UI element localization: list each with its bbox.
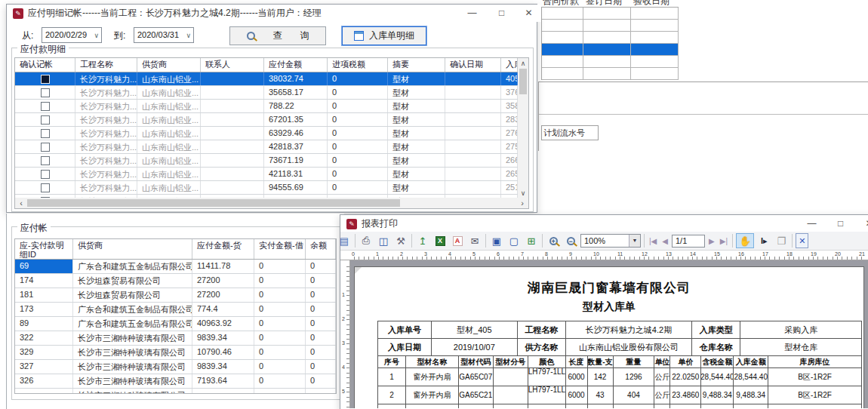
bg-table-row[interactable] — [542, 20, 679, 32]
first-page-button[interactable]: |◀ — [648, 237, 658, 245]
confirm-checkbox[interactable] — [41, 88, 50, 97]
mail-icon[interactable]: ✉ — [467, 233, 482, 248]
zoom-out-icon[interactable]: − — [563, 233, 578, 248]
export-icon[interactable]: ↥ — [415, 233, 430, 248]
close-button[interactable]: ✕ — [857, 215, 868, 232]
column-header[interactable]: 应付金额-货 — [192, 239, 254, 259]
column-header[interactable]: 进项税额 — [328, 58, 388, 72]
column-header[interactable]: 应-实付款明细ID — [15, 239, 73, 259]
grid-row[interactable]: 327长沙市三湘特种玻璃有限公司9839.3400 — [15, 360, 336, 374]
horizontal-scrollbar[interactable]: ‹ › — [15, 198, 528, 208]
column-header[interactable]: 工程名称 — [75, 58, 137, 72]
printer-icon[interactable]: ⎙ — [359, 233, 374, 248]
print-preview-area[interactable]: 12345 湖南巨晟门窗幕墙有限公司 型材入库单 入库单号型材_405工程名称长… — [340, 260, 868, 408]
grid-row[interactable]: 181长沙坦森贸易有限公司2720000 — [15, 288, 336, 303]
maximize-button[interactable]: □ — [828, 215, 853, 232]
grid-row[interactable]: 长沙万科魅力...山东南山铝业...73671.190型材266 — [15, 154, 528, 168]
zoom-in-icon[interactable]: + — [546, 233, 561, 248]
column-header[interactable]: 供货商 — [73, 239, 192, 259]
confirm-checkbox[interactable] — [41, 129, 50, 138]
hand-tool-icon[interactable]: ✋ — [736, 233, 754, 248]
column-header[interactable]: 应付金额 — [264, 58, 328, 72]
bg-table-row[interactable] — [542, 44, 679, 56]
grid-row[interactable]: 长沙万科魅力...山东南山铝业...63929.460型材276 — [15, 127, 528, 140]
column-header[interactable]: 联系人 — [201, 58, 264, 72]
confirm-checkbox[interactable] — [41, 143, 50, 152]
excel-export-icon[interactable]: X — [432, 233, 448, 248]
report-info-label: 入库类型 — [692, 321, 740, 339]
maximize-button[interactable]: □ — [489, 5, 514, 22]
grid-header: 应-实付款明细ID供货商应付金额-货实付金额-借余额 — [15, 239, 336, 260]
grid-row[interactable]: 长沙万科魅力...山东南山铝业...67201.350型材283 — [15, 113, 528, 127]
grid-row[interactable]: 长沙万科魅力...山东南山铝业...788.220型材358 — [15, 100, 528, 113]
column-header[interactable]: 余额 — [306, 239, 336, 259]
multi-page-icon[interactable]: ⊞ — [524, 233, 539, 248]
last-page-button[interactable]: ▶| — [719, 237, 729, 245]
from-date-combo[interactable]: 2020/02/29 ∨ — [42, 27, 102, 43]
titlebar[interactable]: ✎ 应付明细记帐------当前工程：长沙万科魅力之城4.2期------当前用… — [7, 5, 537, 22]
document-icon[interactable]: ▤ — [337, 233, 352, 248]
close-preview-icon[interactable]: ✕ — [796, 233, 808, 248]
query-button[interactable]: 查 询 — [229, 26, 326, 45]
grid-row[interactable]: 89广东合和建筑五金制品有限公司40963.9200 — [15, 317, 336, 331]
minimize-button[interactable]: — — [799, 215, 824, 232]
column-header[interactable]: 入库 — [501, 58, 518, 72]
to-date-combo[interactable]: 2020/03/31 ∨ — [134, 27, 194, 43]
grid-row[interactable]: 173广东合和建筑五金制品有限公司774.400 — [15, 303, 336, 317]
column-header[interactable]: 实付金额-借 — [254, 239, 306, 259]
grid-row[interactable]: 长沙万科魅力...山东南山铝业...42818.370型材275 — [15, 140, 528, 154]
grid-row[interactable]: 322长沙市三湘特种玻璃有限公司9839.3400 — [15, 331, 336, 346]
chevron-down-icon[interactable]: ∨ — [94, 29, 99, 43]
chevron-down-icon[interactable]: ∨ — [186, 29, 191, 43]
bg-table-row[interactable] — [542, 32, 679, 44]
text-select-icon[interactable]: I▸ — [756, 233, 771, 248]
bg-table-row[interactable] — [542, 68, 679, 80]
column-header[interactable]: 确认日期 — [445, 58, 501, 72]
scroll-left-icon[interactable]: ‹ — [17, 199, 26, 207]
grid-row[interactable]: 326长沙市三湘特种玻璃有限公司7193.6400 — [15, 374, 336, 389]
page-number-input[interactable]: 1/1 — [672, 235, 705, 248]
grid-cell: 42818.37 — [264, 140, 328, 153]
page-setup-icon[interactable]: ▣ — [489, 233, 504, 248]
scrollbar-thumb[interactable] — [27, 199, 400, 207]
bg-table-row[interactable] — [542, 8, 679, 20]
copy-icon[interactable]: ❐ — [774, 233, 789, 248]
chevron-down-icon[interactable]: ▼ — [629, 235, 640, 247]
grid-row[interactable]: 长沙万科魅力...山东南山铝业...35658.170型材376 — [15, 86, 528, 100]
column-header[interactable]: 确认记帐 — [15, 58, 75, 72]
grid-row[interactable]: 长沙万科魅力...山东南山铝业...94555.690型材251 — [15, 181, 528, 195]
scroll-up-icon[interactable]: ∧ — [518, 60, 528, 67]
pdf-export-icon[interactable]: A — [450, 233, 465, 248]
confirm-checkbox[interactable] — [41, 156, 50, 165]
zoom-level-combo[interactable]: 100% ▼ — [580, 234, 641, 248]
grid-row[interactable]: 174长沙坦森贸易有限公司2720000 — [15, 274, 336, 288]
minimize-button[interactable]: — — [460, 5, 485, 22]
scrollbar-thumb[interactable] — [519, 69, 527, 94]
grid-row[interactable]: 长沙万科魅力...山东南山铝业...42118.310型材265 — [15, 168, 528, 181]
titlebar[interactable]: ✎ 报表打印 — □ ✕ — [340, 215, 868, 232]
next-page-button[interactable]: ▶ — [707, 237, 716, 245]
confirm-checkbox[interactable] — [41, 183, 50, 192]
bg-table-row[interactable] — [542, 56, 679, 68]
grid-row[interactable]: 329长沙市三湘特种玻璃有限公司10790.4600 — [15, 346, 336, 360]
close-button[interactable]: ✕ — [516, 5, 541, 22]
tools-icon[interactable]: ⚒ — [393, 233, 408, 248]
book-icon[interactable]: ◫ — [376, 233, 391, 248]
grid-row[interactable]: 69广东合和建筑五金制品有限公司11411.7800 — [15, 260, 336, 274]
scroll-down-icon[interactable]: ∨ — [518, 189, 528, 197]
column-header[interactable]: 供货商 — [137, 58, 201, 72]
app-icon: ✎ — [13, 8, 23, 19]
single-page-icon[interactable]: ▢ — [506, 233, 522, 248]
confirm-checkbox[interactable] — [41, 170, 50, 179]
confirm-checkbox[interactable] — [41, 102, 50, 111]
grid-row[interactable]: 长沙市三湘特种玻璃有限公司 — [15, 389, 336, 394]
scroll-right-icon[interactable]: › — [518, 199, 527, 207]
column-header[interactable]: 摘要 — [388, 58, 445, 72]
confirm-checkbox[interactable] — [41, 115, 50, 125]
previous-page-button[interactable]: ◀ — [660, 237, 669, 245]
grid-row[interactable]: 长沙万科魅力...山东南山铝业...38032.740型材405 — [15, 72, 528, 86]
plus-glyph: + — [552, 238, 556, 244]
vertical-scrollbar[interactable]: ∧ ∨ — [518, 58, 528, 198]
inbound-detail-button[interactable]: 入库单明细 — [342, 26, 426, 45]
confirm-checkbox[interactable] — [41, 75, 50, 84]
